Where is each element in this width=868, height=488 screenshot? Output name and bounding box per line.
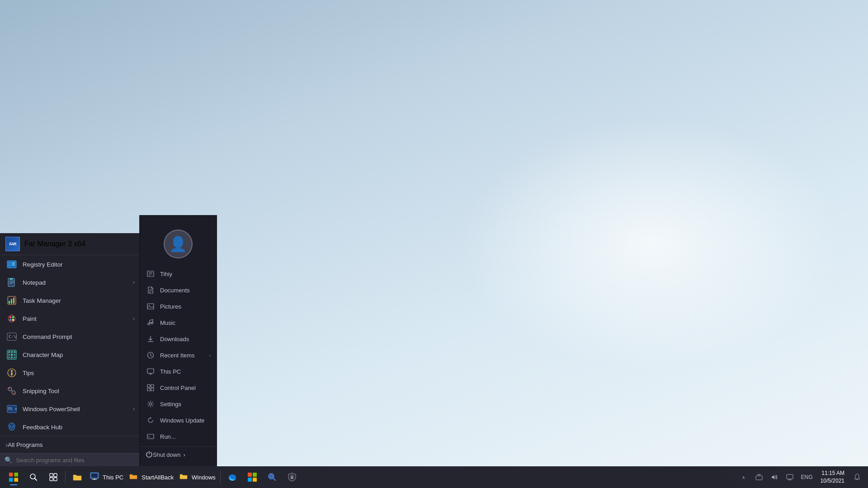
svg-rect-6 xyxy=(10,278,13,280)
clock[interactable]: 11:15 AM 10/5/2021 xyxy=(817,469,848,486)
left-menu-item-registry-editor[interactable]: Registry Editor xyxy=(0,255,140,273)
command-prompt-icon: C:\>_ xyxy=(5,330,18,343)
system-tray: ∧ xyxy=(736,470,797,484)
right-item-settings[interactable]: Settings xyxy=(139,396,217,412)
file-explorer-button[interactable] xyxy=(68,468,86,486)
windows-folder-taskbar[interactable]: Windows xyxy=(176,468,218,486)
right-item-run[interactable]: >_ Run... xyxy=(139,428,217,445)
svg-rect-28 xyxy=(8,357,10,358)
network-icon[interactable] xyxy=(752,470,766,484)
right-item-windows-update[interactable]: Windows Update xyxy=(139,412,217,428)
svg-rect-84 xyxy=(248,473,252,477)
svg-point-18 xyxy=(12,319,14,321)
notification-button[interactable] xyxy=(850,468,864,486)
command-prompt-label: Command Prompt xyxy=(23,333,72,340)
pinned-top-app[interactable]: FAR Far Manager 3 x64 xyxy=(0,233,140,255)
svg-point-52 xyxy=(149,305,150,306)
svg-rect-71 xyxy=(9,478,13,482)
left-menu-item-character-map[interactable]: Character Map xyxy=(0,346,140,364)
left-menu-item-notepad[interactable]: Notepad › xyxy=(0,273,140,291)
svg-point-42 xyxy=(10,426,11,427)
recent-items-label: Recent Items xyxy=(160,352,195,359)
snipping-tool-icon xyxy=(5,385,18,397)
documents-icon xyxy=(146,285,156,295)
character-map-icon xyxy=(5,348,18,361)
svg-rect-24 xyxy=(14,351,15,353)
right-item-downloads[interactable]: Downloads xyxy=(139,331,217,347)
clock-time: 11:15 AM xyxy=(821,469,844,477)
right-item-tihiy[interactable]: Tihiy xyxy=(139,266,217,282)
svg-rect-93 xyxy=(756,476,762,480)
tray-chevron-button[interactable]: ∧ xyxy=(736,470,751,484)
left-menu-item-feedback-hub[interactable]: Feedback Hub xyxy=(0,418,140,436)
task-manager-icon xyxy=(5,294,18,307)
left-menu-item-command-prompt[interactable]: C:\>_ Command Prompt xyxy=(0,328,140,346)
right-item-documents[interactable]: Documents xyxy=(139,282,217,298)
powershell-arrow: › xyxy=(133,406,135,412)
character-map-label: Character Map xyxy=(23,352,63,358)
left-menu-item-tips[interactable]: Tips xyxy=(0,364,140,382)
volume-icon[interactable] xyxy=(767,470,782,484)
pictures-label: Pictures xyxy=(160,303,181,310)
svg-rect-12 xyxy=(11,299,12,304)
clock-date: 10/5/2021 xyxy=(821,477,844,485)
security-button[interactable] xyxy=(283,468,301,486)
right-item-this-pc[interactable]: This PC xyxy=(139,363,217,380)
taskbar-search2-button[interactable] xyxy=(263,468,281,486)
start-button[interactable] xyxy=(5,468,23,486)
svg-rect-23 xyxy=(11,351,13,353)
svg-rect-26 xyxy=(11,354,13,356)
this-pc-taskbar-label: This PC xyxy=(103,474,123,481)
windows-update-label: Windows Update xyxy=(160,417,204,424)
tips-label: Tips xyxy=(23,370,34,376)
taskbar-search-button[interactable] xyxy=(24,468,42,486)
right-item-recent-items[interactable]: Recent Items › xyxy=(139,347,217,363)
run-icon: >_ xyxy=(146,432,156,441)
windows-folder-label: Windows xyxy=(192,474,216,481)
svg-rect-75 xyxy=(50,474,53,477)
right-item-control-panel[interactable]: Control Panel xyxy=(139,380,217,396)
right-item-music[interactable]: Music xyxy=(139,314,217,331)
shutdown-label: Shut down xyxy=(153,451,180,458)
svg-text:PS >_: PS >_ xyxy=(8,407,17,411)
pinned-top-label: Far Manager 3 x64 xyxy=(24,240,85,248)
downloads-label: Downloads xyxy=(160,336,189,343)
all-programs-item[interactable]: › All Programs xyxy=(0,436,140,453)
settings-icon xyxy=(146,399,156,409)
search-bar: 🔍 xyxy=(0,453,140,466)
search-input[interactable] xyxy=(16,457,136,464)
store-button[interactable] xyxy=(243,468,261,486)
user-avatar[interactable]: 👤 xyxy=(164,230,193,258)
documents-label: Documents xyxy=(160,287,190,294)
svg-point-66 xyxy=(150,403,152,405)
svg-text:>_: >_ xyxy=(148,435,152,439)
svg-rect-27 xyxy=(14,354,15,356)
svg-rect-77 xyxy=(50,478,53,481)
taskbar-separator-1 xyxy=(65,471,66,483)
svg-rect-64 xyxy=(147,388,150,391)
notepad-icon xyxy=(5,276,18,289)
svg-text:C:\>_: C:\>_ xyxy=(9,334,17,339)
left-menu-item-task-manager[interactable]: Task Manager xyxy=(0,291,140,310)
task-view-button[interactable] xyxy=(44,468,62,486)
this-pc-icon xyxy=(146,366,156,376)
registry-editor-icon xyxy=(5,258,18,271)
svg-rect-96 xyxy=(787,474,793,479)
left-menu-item-snipping-tool[interactable]: Snipping Tool xyxy=(0,382,140,400)
svg-rect-76 xyxy=(54,474,57,477)
svg-line-90 xyxy=(273,478,275,480)
edge-button[interactable] xyxy=(223,468,241,486)
shutdown-button[interactable]: Shut down › xyxy=(139,446,217,463)
right-item-pictures[interactable]: Pictures xyxy=(139,298,217,314)
shutdown-arrow: › xyxy=(183,451,185,458)
this-pc-taskbar[interactable]: This PC xyxy=(87,468,126,486)
startallback-taskbar[interactable]: StartAllBack xyxy=(126,468,176,486)
display-icon[interactable] xyxy=(783,470,797,484)
all-programs-label: All Programs xyxy=(8,441,42,448)
tips-icon xyxy=(5,366,18,379)
language-indicator[interactable]: ENG xyxy=(799,473,815,481)
left-menu-item-windows-powershell[interactable]: PS >_ Windows PowerShell › xyxy=(0,400,140,418)
music-label: Music xyxy=(160,319,175,326)
svg-rect-22 xyxy=(8,351,10,353)
left-menu-item-paint[interactable]: Paint › xyxy=(0,310,140,328)
